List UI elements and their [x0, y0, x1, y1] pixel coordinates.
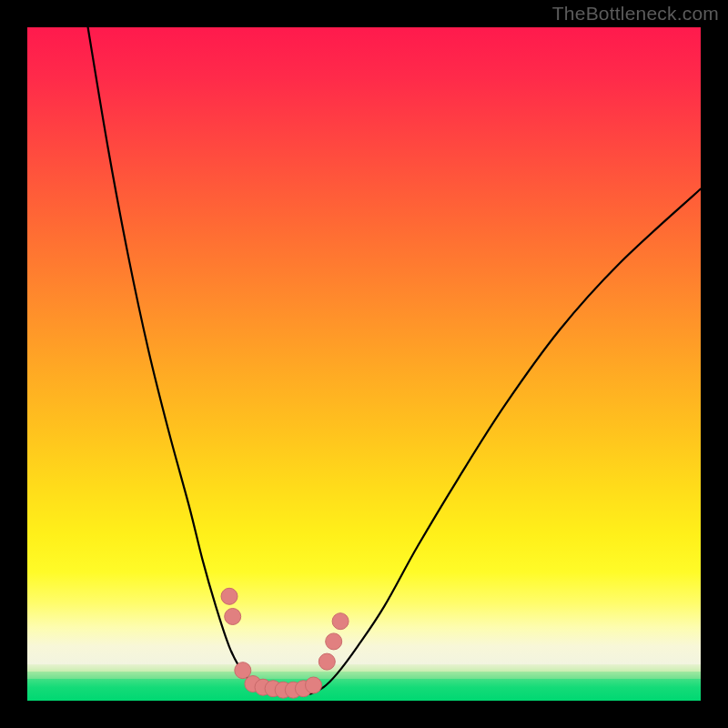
data-marker	[235, 662, 251, 679]
plot-area	[27, 27, 701, 701]
data-marker	[318, 653, 335, 670]
curve-layer	[27, 27, 701, 701]
data-marker	[225, 609, 241, 625]
data-marker	[221, 588, 238, 604]
data-marker	[326, 633, 342, 650]
chart-frame: TheBottleneck.com	[0, 0, 728, 728]
curve-right-branch	[310, 189, 701, 694]
data-marker	[306, 677, 322, 693]
curve-left-branch	[88, 27, 277, 694]
data-marker	[332, 613, 349, 630]
watermark-text: TheBottleneck.com	[552, 3, 719, 25]
